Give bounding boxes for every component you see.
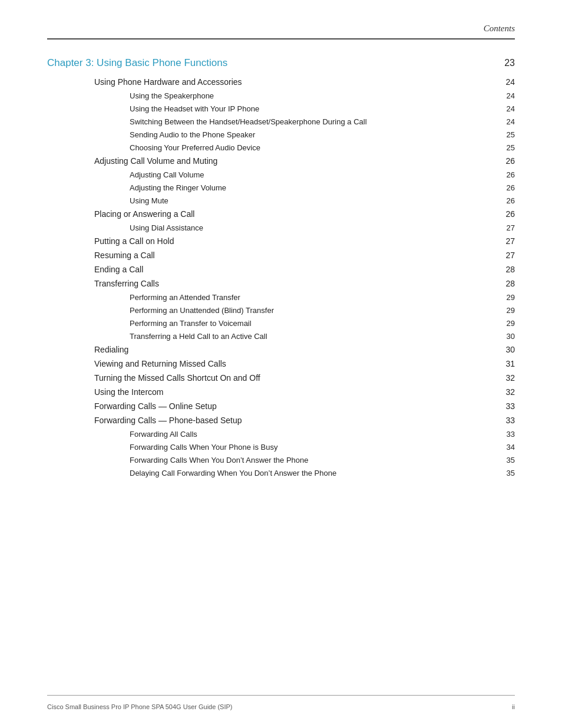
footer-left: Cisco Small Business Pro IP Phone SPA 50… <box>47 703 232 710</box>
section-title: Resuming a Call <box>94 251 155 260</box>
chapter-entry[interactable]: Chapter 3: Using Basic Phone Functions 2… <box>47 57 515 69</box>
subsection-page: 25 <box>497 143 515 152</box>
subsection-page: 35 <box>497 456 515 465</box>
dots <box>230 65 495 66</box>
dots <box>369 124 495 124</box>
subsection-page: 29 <box>497 293 515 302</box>
subsection-entry[interactable]: Using the Headset with Your IP Phone 24 <box>47 104 515 113</box>
subsection-entry[interactable]: Performing an Unattended (Blind) Transfe… <box>47 306 515 315</box>
section-entry[interactable]: Resuming a Call 27 <box>47 251 515 260</box>
subsection-page: 26 <box>497 170 515 179</box>
dots <box>257 137 495 137</box>
section-title: Adjusting Call Volume and Muting <box>94 156 217 166</box>
section-title: Viewing and Returning Missed Calls <box>94 359 226 368</box>
subsection-title: Performing an Attended Transfer <box>130 293 240 302</box>
dots <box>263 380 495 381</box>
subsection-page: 25 <box>497 130 515 139</box>
subsection-title: Using the Speakerphone <box>130 91 214 100</box>
dots <box>262 111 495 111</box>
subsection-entry[interactable]: Forwarding Calls When You Don’t Answer t… <box>47 456 515 465</box>
dots <box>229 366 495 367</box>
chapter-title: Chapter 3: Using Basic Phone Functions <box>47 57 227 69</box>
header-title: Contents <box>484 24 515 34</box>
subsection-entry[interactable]: Adjusting the Ringer Volume 26 <box>47 183 515 192</box>
footer-right: ii <box>512 703 515 710</box>
section-page: 32 <box>497 387 515 397</box>
dots <box>166 394 495 395</box>
subsection-entry[interactable]: Performing an Transfer to Voicemail 29 <box>47 319 515 328</box>
section-entry[interactable]: Transferring Calls 28 <box>47 279 515 288</box>
section-page: 27 <box>497 251 515 260</box>
section-page: 28 <box>497 265 515 274</box>
subsection-page: 24 <box>497 117 515 126</box>
subsection-title: Performing an Unattended (Blind) Transfe… <box>130 306 274 315</box>
section-page: 33 <box>497 401 515 411</box>
section-page: 27 <box>497 236 515 246</box>
subsection-page: 26 <box>497 183 515 192</box>
section-entry[interactable]: Placing or Answering a Call 26 <box>47 209 515 219</box>
subsection-title: Using Dial Assistance <box>130 223 203 232</box>
subsection-entry[interactable]: Using Dial Assistance 27 <box>47 223 515 232</box>
dots <box>171 203 495 203</box>
section-page: 28 <box>497 279 515 288</box>
footer-line <box>47 695 515 696</box>
subsection-entry[interactable]: Delaying Call Forwarding When You Don’t … <box>47 469 515 477</box>
dots <box>339 475 495 476</box>
subsection-title: Sending Audio to the Phone Speaker <box>130 130 255 139</box>
dots <box>146 272 495 272</box>
subsection-entry[interactable]: Transferring a Held Call to an Active Ca… <box>47 332 515 341</box>
subsection-entry[interactable]: Switching Between the Handset/Headset/Sp… <box>47 117 515 126</box>
section-entry[interactable]: Forwarding Calls — Online Setup 33 <box>47 401 515 411</box>
subsection-title: Forwarding Calls When You Don’t Answer t… <box>130 456 309 465</box>
section-entry[interactable]: Forwarding Calls — Phone-based Setup 33 <box>47 416 515 425</box>
subsection-title: Adjusting the Ringer Volume <box>130 183 226 192</box>
subsection-page: 24 <box>497 104 515 113</box>
subsection-entry[interactable]: Forwarding All Calls 33 <box>47 430 515 439</box>
subsection-entry[interactable]: Using the Speakerphone 24 <box>47 91 515 100</box>
subsection-page: 29 <box>497 319 515 328</box>
section-entry[interactable]: Redialing 30 <box>47 345 515 354</box>
subsection-page: 24 <box>497 91 515 100</box>
section-page: 24 <box>497 77 515 87</box>
section-page: 33 <box>497 416 515 425</box>
section-title: Turning the Missed Calls Shortcut On and… <box>94 373 260 383</box>
dots <box>244 423 495 423</box>
dots <box>243 299 495 300</box>
dots <box>200 436 495 437</box>
section-page: 26 <box>497 156 515 166</box>
dots <box>280 449 495 450</box>
dots <box>157 258 495 258</box>
subsection-page: 26 <box>497 196 515 205</box>
section-entry[interactable]: Using the Intercom 32 <box>47 387 515 397</box>
subsection-entry[interactable]: Sending Audio to the Phone Speaker 25 <box>47 130 515 139</box>
section-entry[interactable]: Viewing and Returning Missed Calls 31 <box>47 359 515 368</box>
dots <box>131 352 495 353</box>
section-title: Forwarding Calls — Online Setup <box>94 401 217 411</box>
subsection-entry[interactable]: Choosing Your Preferred Audio Device 25 <box>47 143 515 152</box>
subsection-title: Using Mute <box>130 196 168 205</box>
section-entry[interactable]: Turning the Missed Calls Shortcut On and… <box>47 373 515 383</box>
section-title: Using the Intercom <box>94 387 164 397</box>
subsection-title: Transferring a Held Call to an Active Ca… <box>130 332 267 341</box>
section-title: Putting a Call on Hold <box>94 236 174 246</box>
subsection-entry[interactable]: Adjusting Call Volume 26 <box>47 170 515 179</box>
subsection-title: Switching Between the Handset/Headset/Sp… <box>130 117 367 126</box>
section-page: 30 <box>497 345 515 354</box>
section-entry[interactable]: Ending a Call 28 <box>47 265 515 274</box>
subsection-page: 30 <box>497 332 515 341</box>
section-entry[interactable]: Using Phone Hardware and Accessories 24 <box>47 77 515 87</box>
section-page: 32 <box>497 373 515 383</box>
section-entry[interactable]: Putting a Call on Hold 27 <box>47 236 515 246</box>
subsection-title: Performing an Transfer to Voicemail <box>130 319 252 328</box>
subsection-title: Forwarding All Calls <box>130 430 197 439</box>
section-entry[interactable]: Adjusting Call Volume and Muting 26 <box>47 156 515 166</box>
section-title: Forwarding Calls — Phone-based Setup <box>94 416 242 425</box>
subsection-entry[interactable]: Forwarding Calls When Your Phone is Busy… <box>47 443 515 452</box>
subsection-entry[interactable]: Using Mute 26 <box>47 196 515 205</box>
subsection-page: 27 <box>497 223 515 232</box>
subsection-entry[interactable]: Performing an Attended Transfer 29 <box>47 293 515 302</box>
dots <box>229 190 495 190</box>
dots <box>206 230 495 230</box>
section-title: Using Phone Hardware and Accessories <box>94 77 242 87</box>
subsection-title: Adjusting Call Volume <box>130 170 204 179</box>
